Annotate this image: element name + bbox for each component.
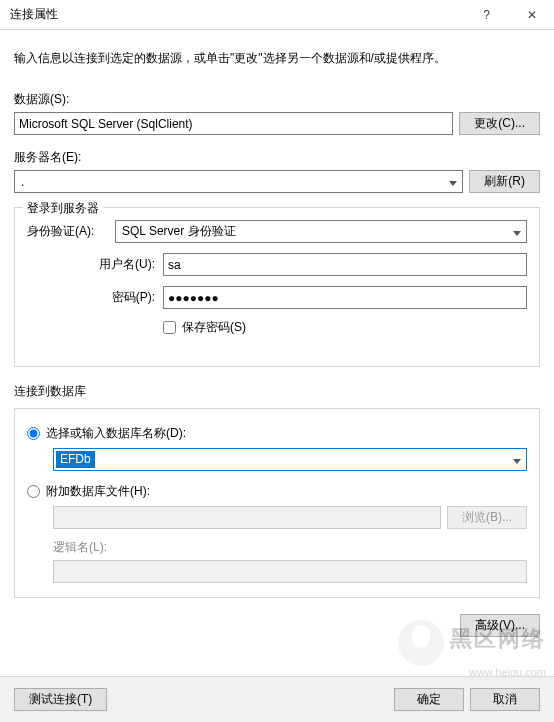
database-value: EFDb bbox=[56, 451, 95, 468]
chevron-down-icon bbox=[508, 225, 526, 239]
datasource-section: 数据源(S): 更改(C)... bbox=[14, 91, 540, 135]
attach-path-input bbox=[53, 506, 441, 529]
server-value: . bbox=[15, 175, 444, 189]
auth-value: SQL Server 身份验证 bbox=[116, 223, 508, 240]
save-password-checkbox[interactable] bbox=[163, 321, 176, 334]
server-combo[interactable]: . bbox=[14, 170, 463, 193]
attach-db-radio[interactable] bbox=[27, 485, 40, 498]
refresh-button[interactable]: 刷新(R) bbox=[469, 170, 540, 193]
database-combo[interactable]: EFDb bbox=[53, 448, 527, 471]
instruction-text: 输入信息以连接到选定的数据源，或单击"更改"选择另一个数据源和/或提供程序。 bbox=[14, 50, 540, 67]
auth-label: 身份验证(A): bbox=[27, 223, 107, 240]
footer-bar: 测试连接(T) 确定 取消 bbox=[0, 676, 554, 722]
auth-select[interactable]: SQL Server 身份验证 bbox=[115, 220, 527, 243]
password-label: 密码(P): bbox=[85, 289, 155, 306]
advanced-button[interactable]: 高级(V)... bbox=[460, 614, 540, 637]
content-area: 输入信息以连接到选定的数据源，或单击"更改"选择另一个数据源和/或提供程序。 数… bbox=[0, 30, 554, 598]
save-password-label: 保存密码(S) bbox=[182, 319, 246, 336]
cancel-button[interactable]: 取消 bbox=[470, 688, 540, 711]
test-connection-button[interactable]: 测试连接(T) bbox=[14, 688, 107, 711]
username-label: 用户名(U): bbox=[85, 256, 155, 273]
attach-db-label: 附加数据库文件(H): bbox=[46, 483, 150, 500]
login-fieldset: 登录到服务器 身份验证(A): SQL Server 身份验证 用户名(U): … bbox=[14, 207, 540, 367]
datasource-field bbox=[14, 112, 453, 135]
help-button[interactable]: ? bbox=[464, 0, 509, 30]
ok-button[interactable]: 确定 bbox=[394, 688, 464, 711]
db-legend: 连接到数据库 bbox=[14, 383, 540, 400]
password-input[interactable] bbox=[163, 286, 527, 309]
username-input[interactable] bbox=[163, 253, 527, 276]
select-db-label: 选择或输入数据库名称(D): bbox=[46, 425, 186, 442]
login-legend: 登录到服务器 bbox=[23, 200, 103, 217]
window-title: 连接属性 bbox=[0, 6, 464, 23]
change-button[interactable]: 更改(C)... bbox=[459, 112, 540, 135]
server-section: 服务器名(E): . 刷新(R) bbox=[14, 149, 540, 193]
select-db-radio[interactable] bbox=[27, 427, 40, 440]
titlebar: 连接属性 ? ✕ bbox=[0, 0, 554, 30]
logical-name-input bbox=[53, 560, 527, 583]
database-fieldset: 选择或输入数据库名称(D): EFDb 附加数据库文件(H): 浏览(B)...… bbox=[14, 408, 540, 598]
close-button[interactable]: ✕ bbox=[509, 0, 554, 30]
browse-button: 浏览(B)... bbox=[447, 506, 527, 529]
datasource-label: 数据源(S): bbox=[14, 91, 540, 108]
chevron-down-icon bbox=[444, 175, 462, 189]
logical-name-label: 逻辑名(L): bbox=[53, 539, 527, 556]
chevron-down-icon bbox=[508, 453, 526, 467]
server-label: 服务器名(E): bbox=[14, 149, 540, 166]
